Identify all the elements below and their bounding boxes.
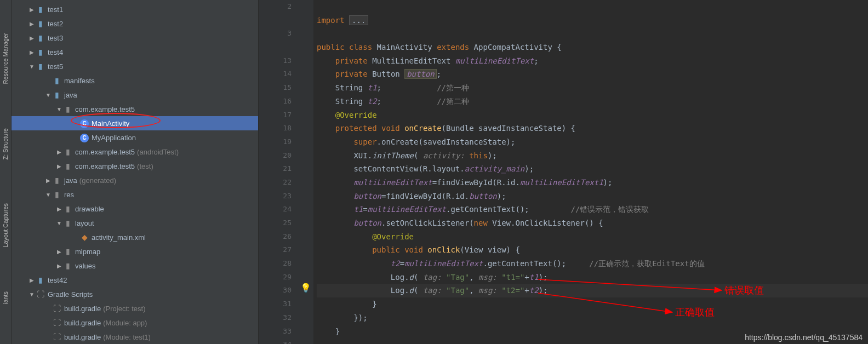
code-line[interactable]: public class MainActivity extends AppCom… — [317, 41, 868, 54]
code-area[interactable]: import ... public class MainActivity ext… — [313, 0, 868, 344]
class-file-icon: C — [79, 133, 89, 142]
tree-node[interactable]: ▶▮manifests — [12, 73, 258, 88]
folder-icon: ▮ — [36, 19, 45, 28]
code-line[interactable]: XUI.initTheme( activity: this); — [317, 149, 868, 163]
code-line[interactable]: @Override — [317, 230, 868, 244]
folder-icon: ▮ — [52, 76, 62, 85]
tree-node[interactable]: ▼▮java — [12, 88, 258, 102]
caret-icon[interactable]: ▶ — [28, 277, 36, 283]
tree-node[interactable]: ▶▮java(generated) — [12, 173, 258, 187]
code-line[interactable]: Log.d( tag: "Tag", msg: "t2="+t2); — [317, 284, 868, 297]
tree-node[interactable]: ▶▮test42 — [12, 273, 258, 287]
caret-icon[interactable]: ▶ — [55, 263, 63, 269]
code-line[interactable]: t2=multiLineEditText.getContentText(); /… — [317, 257, 868, 271]
code-line[interactable]: setContentView(R.layout.activity_main); — [317, 162, 868, 176]
line-number: 3 — [259, 27, 292, 41]
caret-icon[interactable]: ▼ — [28, 64, 36, 70]
caret-icon[interactable]: ▼ — [44, 192, 52, 198]
tree-node[interactable]: ▶▮com.example.test5(test) — [12, 159, 258, 173]
folder-icon: ▮ — [36, 276, 45, 284]
caret-icon[interactable]: ▶ — [28, 7, 36, 13]
tree-node[interactable]: ▶▮test2 — [12, 16, 258, 31]
tree-node[interactable]: ▼▮res — [12, 187, 258, 202]
vtab-resource-manager[interactable]: Resource Manager — [2, 33, 9, 84]
tree-node-muted: (Project: test) — [103, 305, 145, 313]
tree-node[interactable]: ▶▮drawable — [12, 202, 258, 216]
folder-icon: ▮ — [52, 176, 62, 185]
tree-node-label: test1 — [48, 5, 63, 14]
caret-icon[interactable]: ▼ — [55, 220, 63, 226]
tree-node-label: drawable — [75, 205, 104, 213]
tree-node[interactable]: ▶▮test1 — [12, 2, 258, 16]
code-line[interactable]: @Override — [317, 108, 868, 122]
code-line[interactable]: multiLineEditText=findViewById(R.id.mult… — [317, 176, 868, 190]
tree-node[interactable]: ▶▮values — [12, 259, 258, 273]
code-line[interactable] — [317, 27, 868, 41]
tree-node[interactable]: ▶▮mipmap — [12, 244, 258, 259]
tree-node[interactable]: ▼▮layout — [12, 216, 258, 230]
caret-icon[interactable]: ▼ — [44, 92, 52, 98]
tree-node[interactable]: ▶▮test4 — [12, 45, 258, 59]
tree-node[interactable]: ▶▮com.example.test5(androidTest) — [12, 145, 258, 159]
code-line[interactable]: import ... — [317, 14, 868, 27]
line-number: 27 — [259, 243, 292, 257]
line-number: 31 — [259, 297, 292, 311]
code-line[interactable]: String t2; //第二种 — [317, 95, 868, 108]
fold-column[interactable]: 💡 — [297, 0, 313, 344]
code-line[interactable]: private Button button; — [317, 67, 868, 81]
folder-icon: ▮ — [63, 162, 73, 170]
caret-icon[interactable]: ▼ — [28, 291, 36, 297]
folder-icon: ▮ — [52, 190, 62, 199]
caret-icon[interactable]: ▶ — [55, 206, 63, 212]
tree-node[interactable]: ▼⛶Gradle Scripts — [12, 287, 258, 301]
vtab-variants[interactable]: iants — [2, 291, 9, 304]
code-line[interactable]: button=findViewById(R.id.button); — [317, 190, 868, 203]
code-line[interactable]: super.onCreate(savedInstanceState); — [317, 135, 868, 149]
vtab-structure[interactable]: Z: Structure — [2, 128, 9, 159]
intention-bulb-icon[interactable]: 💡 — [300, 283, 311, 293]
caret-icon[interactable]: ▶ — [55, 163, 63, 169]
caret-icon[interactable]: ▶ — [44, 177, 52, 184]
vertical-tool-tabs: Resource Manager Z: Structure Layout Cap… — [0, 0, 12, 344]
tree-node[interactable]: ▶CMainActivity — [12, 116, 258, 130]
code-line[interactable]: private MultiLineEditText multiLineEditT… — [317, 54, 868, 68]
folder-icon: ▮ — [63, 247, 73, 256]
tree-node-label: layout — [75, 219, 94, 227]
code-line[interactable]: } — [317, 297, 868, 311]
tree-node[interactable]: ▶⛶build.gradle(Project: test) — [12, 301, 258, 316]
line-number: 33 — [259, 325, 292, 339]
tree-node[interactable]: ▼▮com.example.test5 — [12, 102, 258, 116]
line-number: 30 — [259, 284, 292, 297]
tree-node[interactable]: ▶◆activity_main.xml — [12, 230, 258, 244]
gradle-icon: ⛶ — [52, 318, 62, 327]
caret-icon[interactable]: ▶ — [55, 249, 63, 255]
code-line[interactable]: t1=multiLineEditText.getContentText(); /… — [317, 203, 868, 216]
code-line[interactable] — [317, 0, 868, 14]
code-line[interactable]: }); — [317, 311, 868, 325]
caret-icon[interactable]: ▼ — [55, 106, 63, 112]
caret-icon[interactable]: ▶ — [28, 35, 36, 41]
tree-node[interactable]: ▶⛶build.gradle(Module: app) — [12, 316, 258, 330]
caret-icon[interactable]: ▶ — [28, 49, 36, 55]
folder-icon: ▮ — [63, 204, 73, 213]
line-number: 17 — [259, 108, 292, 122]
caret-icon[interactable]: ▶ — [55, 149, 63, 155]
code-line[interactable]: button.setOnClickListener(new View.OnCli… — [317, 216, 868, 230]
tree-node[interactable]: ▶⛶build.gradle(Module: test1) — [12, 330, 258, 344]
caret-icon[interactable]: ▶ — [28, 21, 36, 27]
tree-node[interactable]: ▶▮test3 — [12, 31, 258, 45]
code-line[interactable]: Log.d( tag: "Tag", msg: "t1="+t1); — [317, 271, 868, 284]
line-number: 28 — [259, 257, 292, 271]
tree-node-muted: (test) — [137, 162, 153, 170]
tree-node-label: activity_main.xml — [92, 233, 146, 242]
vtab-layout-captures[interactable]: Layout Captures — [2, 203, 9, 248]
tree-node[interactable]: ▶CMyApplication — [12, 130, 258, 145]
line-number: 2 — [259, 0, 292, 14]
line-number: 21 — [259, 162, 292, 176]
tree-node-label: build.gradle — [64, 305, 101, 313]
code-line[interactable]: public void onClick(View view) { — [317, 243, 868, 257]
code-editor[interactable]: 2313141516171819202122232425262728293031… — [259, 0, 868, 344]
code-line[interactable]: String t1; //第一种 — [317, 81, 868, 95]
code-line[interactable]: protected void onCreate(Bundle savedInst… — [317, 122, 868, 135]
tree-node[interactable]: ▼▮test5 — [12, 59, 258, 73]
